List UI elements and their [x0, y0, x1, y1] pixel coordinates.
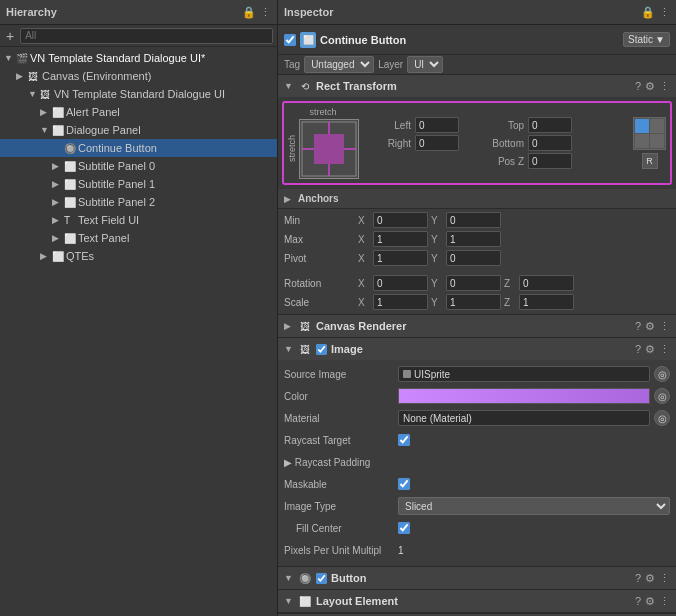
canvas-renderer-settings-icon[interactable]: ⚙: [645, 320, 655, 333]
fill-center-checkbox[interactable]: [398, 522, 410, 534]
posz-input[interactable]: [528, 153, 572, 169]
image-menu-icon[interactable]: ⋮: [659, 343, 670, 356]
color-select-btn[interactable]: ◎: [654, 388, 670, 404]
hierarchy-add-button[interactable]: +: [4, 28, 16, 44]
inspector-header: Inspector 🔒 ⋮: [278, 0, 676, 25]
tree-item-text-field-ui[interactable]: ▶ T Text Field UI: [0, 211, 277, 229]
inspector-menu-icon[interactable]: ⋮: [659, 6, 670, 19]
tree-arrow: ▶: [52, 197, 64, 207]
image-header[interactable]: ▼ 🖼 Image ? ⚙ ⋮: [278, 338, 676, 360]
grid-btn[interactable]: [633, 117, 666, 150]
anchors-arrow-icon: ▶: [284, 194, 294, 204]
tree-item-dialogue-panel[interactable]: ▼ ⬜ Dialogue Panel: [0, 121, 277, 139]
rotation-x-input[interactable]: [373, 275, 428, 291]
source-image-select-btn[interactable]: ◎: [654, 366, 670, 382]
image-type-select[interactable]: Sliced: [398, 497, 670, 515]
hierarchy-lock-icon[interactable]: 🔒: [242, 6, 256, 19]
top-input[interactable]: [528, 117, 572, 133]
tree-item-continue-button[interactable]: 🔘 Continue Button: [0, 139, 277, 157]
layer-select[interactable]: UI: [407, 56, 443, 73]
hierarchy-header: Hierarchy 🔒 ⋮: [0, 0, 277, 25]
pivot-x-input[interactable]: [373, 250, 428, 266]
button-enabled-checkbox[interactable]: [316, 573, 327, 584]
tree-item-subtitle-0[interactable]: ▶ ⬜ Subtitle Panel 0: [0, 157, 277, 175]
pivot-row: Pivot X Y: [284, 249, 670, 267]
tag-select[interactable]: Untagged: [304, 56, 374, 73]
r-button[interactable]: R: [642, 153, 658, 169]
tree-item-alert-panel[interactable]: ▶ ⬜ Alert Panel: [0, 103, 277, 121]
canvas-renderer-header[interactable]: ▶ 🖼 Canvas Renderer ? ⚙ ⋮: [278, 315, 676, 337]
rect-transform-header[interactable]: ▼ ⟲ Rect Transform ? ⚙ ⋮: [278, 75, 676, 97]
max-x-input[interactable]: [373, 231, 428, 247]
tree-item-qtes[interactable]: ▶ ⬜ QTEs: [0, 247, 277, 265]
image-enabled-checkbox[interactable]: [316, 344, 327, 355]
button-settings-icon[interactable]: ⚙: [645, 572, 655, 585]
stretch-visual[interactable]: [299, 119, 359, 179]
layout-element-header[interactable]: ▼ ⬜ Layout Element ? ⚙ ⋮: [278, 590, 676, 612]
scale-x-input[interactable]: [373, 294, 428, 310]
tree-item-vn-dialogue-ui2[interactable]: ▼ 🖼 VN Template Standard Dialogue UI: [0, 85, 277, 103]
tree-label: Subtitle Panel 2: [78, 196, 155, 208]
pivot-x-label: X: [358, 253, 370, 264]
pixels-per-unit-row: Pixels Per Unit Multipl 1: [284, 540, 670, 560]
hierarchy-search-input[interactable]: [20, 28, 273, 44]
image-help-icon[interactable]: ?: [635, 343, 641, 355]
object-active-checkbox[interactable]: [284, 34, 296, 46]
color-swatch[interactable]: [398, 388, 650, 404]
image-type-row: Image Type Sliced: [284, 496, 670, 516]
tree-item-subtitle-2[interactable]: ▶ ⬜ Subtitle Panel 2: [0, 193, 277, 211]
min-y-input[interactable]: [446, 212, 501, 228]
canvas-renderer-menu-icon[interactable]: ⋮: [659, 320, 670, 333]
source-image-row: Source Image UISprite ◎: [284, 364, 670, 384]
pivot-y-input[interactable]: [446, 250, 501, 266]
rotation-y-input[interactable]: [446, 275, 501, 291]
rect-transform-settings-icon[interactable]: ⚙: [645, 80, 655, 93]
rotation-y-label: Y: [431, 278, 443, 289]
right-input[interactable]: [415, 135, 459, 151]
image-settings-icon[interactable]: ⚙: [645, 343, 655, 356]
button-arrow-icon: ▼: [284, 573, 294, 583]
button-controls: ? ⚙ ⋮: [635, 572, 670, 585]
rect-transform-menu-icon[interactable]: ⋮: [659, 80, 670, 93]
left-input[interactable]: [415, 117, 459, 133]
pivot-xy: X Y: [358, 250, 501, 266]
tree-item-text-panel[interactable]: ▶ ⬜ Text Panel: [0, 229, 277, 247]
button-help-icon[interactable]: ?: [635, 572, 641, 584]
button-menu-icon[interactable]: ⋮: [659, 572, 670, 585]
hierarchy-tree: ▼ 🎬 VN Template Standard Dialogue UI* ▶ …: [0, 47, 277, 616]
tree-item-vn-dialogue-ui[interactable]: ▼ 🎬 VN Template Standard Dialogue UI*: [0, 49, 277, 67]
bottom-input[interactable]: [528, 135, 572, 151]
pivot-y-label: Y: [431, 253, 443, 264]
material-select-btn[interactable]: ◎: [654, 410, 670, 426]
scale-label: Scale: [284, 297, 354, 308]
raycast-target-checkbox[interactable]: [398, 434, 410, 446]
button-header[interactable]: ▼ 🔘 Button ? ⚙ ⋮: [278, 567, 676, 589]
rotation-z-input[interactable]: [519, 275, 574, 291]
inspector-lock-icon[interactable]: 🔒: [641, 6, 655, 19]
min-x-input[interactable]: [373, 212, 428, 228]
layout-element-settings-icon[interactable]: ⚙: [645, 595, 655, 608]
anchors-toggle[interactable]: ▶ Anchors: [278, 189, 676, 209]
tree-label: VN Template Standard Dialogue UI*: [30, 52, 205, 64]
tree-item-subtitle-1[interactable]: ▶ ⬜ Subtitle Panel 1: [0, 175, 277, 193]
tree-arrow: ▶: [52, 215, 64, 225]
hierarchy-title: Hierarchy: [6, 6, 238, 18]
material-value: None (Material): [398, 410, 650, 426]
scale-z-input[interactable]: [519, 294, 574, 310]
scale-y-input[interactable]: [446, 294, 501, 310]
rect-transform-help-icon[interactable]: ?: [635, 80, 641, 92]
layout-element-title: Layout Element: [316, 595, 631, 607]
canvas-renderer-help-icon[interactable]: ?: [635, 320, 641, 332]
stretch-wrapper: stretch stretch: [288, 107, 666, 179]
layout-element-help-icon[interactable]: ?: [635, 595, 641, 607]
max-y-input[interactable]: [446, 231, 501, 247]
layout-element-menu-icon[interactable]: ⋮: [659, 595, 670, 608]
raycast-padding-toggle[interactable]: ▶ Raycast Padding: [284, 457, 394, 468]
posz-label: Pos Z: [479, 156, 524, 167]
hierarchy-menu-icon[interactable]: ⋮: [260, 6, 271, 19]
static-dropdown[interactable]: Static ▼: [623, 32, 670, 47]
maskable-checkbox[interactable]: [398, 478, 410, 490]
tree-item-canvas-env[interactable]: ▶ 🖼 Canvas (Environment): [0, 67, 277, 85]
top-label: Top: [479, 120, 524, 131]
scale-xyz: X Y Z: [358, 294, 574, 310]
